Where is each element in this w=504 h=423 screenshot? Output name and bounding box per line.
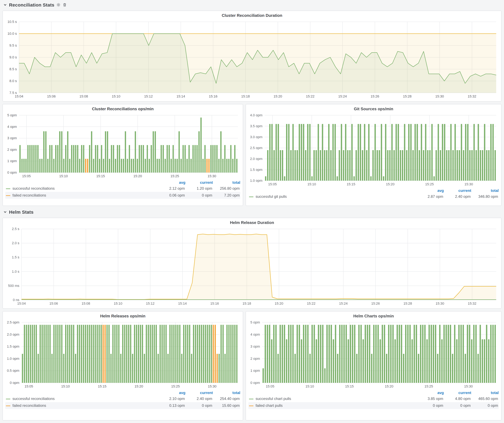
svg-text:1.5 s: 1.5 s	[12, 255, 19, 259]
svg-text:0.5 opm: 0.5 opm	[7, 369, 19, 373]
section-title[interactable]: Reconciliation Stats	[9, 2, 54, 7]
svg-text:15:05: 15:05	[25, 384, 33, 388]
svg-text:15:28: 15:28	[403, 301, 412, 306]
collapse-chevron-icon[interactable]	[3, 210, 7, 213]
svg-text:15:12: 15:12	[144, 94, 153, 98]
svg-text:0 ns: 0 ns	[13, 298, 19, 302]
panel-title[interactable]: Cluster Reconciliations ops/min	[5, 106, 240, 113]
svg-text:3.5 opm: 3.5 opm	[250, 124, 263, 128]
svg-text:2 opm: 2 opm	[251, 357, 260, 361]
svg-text:15:10: 15:10	[59, 174, 68, 178]
svg-text:10.5 s: 10.5 s	[7, 20, 17, 24]
legend-header-current[interactable]: current	[444, 188, 471, 193]
svg-text:1.5 opm: 1.5 opm	[250, 168, 263, 172]
legend-row: failed reconciliations 0.13 opm 0 opm 15…	[5, 402, 240, 409]
svg-text:15:30: 15:30	[464, 182, 473, 186]
legend-header-current[interactable]: current	[186, 180, 213, 185]
svg-text:15:08: 15:08	[82, 301, 90, 306]
legend-current-value: 0 opm	[186, 403, 213, 408]
svg-text:15:15: 15:15	[98, 384, 107, 388]
svg-text:15:10: 15:10	[112, 94, 120, 98]
legend-header-total[interactable]: total	[471, 391, 499, 395]
trash-icon[interactable]	[63, 3, 67, 7]
legend-series-label-text: failed chart pulls	[256, 403, 282, 408]
svg-text:15:04: 15:04	[15, 94, 23, 98]
collapse-chevron-icon[interactable]	[3, 3, 7, 6]
panel-title[interactable]: Cluster Reconciliation Duration	[5, 12, 499, 19]
legend-row: successful chart pulls 3.85 opm 4.80 opm…	[248, 395, 499, 402]
legend-total-value: 346.80 opm	[471, 194, 499, 199]
cluster-reconciliations-chart[interactable]: 0 opm1 opm2 opm3 opm4 opm5 opm15:0515:10…	[5, 113, 240, 179]
legend-series-label[interactable]: failed reconciliations	[5, 193, 158, 198]
panel-title[interactable]: Helm Release Duration	[5, 219, 499, 226]
helm-charts-chart[interactable]: 0 opm1 opm2 opm3 opm4 opm5 opm15:0515:10…	[248, 320, 499, 389]
svg-text:15:15: 15:15	[345, 384, 354, 388]
svg-text:15:26: 15:26	[371, 94, 379, 98]
series-color-marker	[6, 405, 10, 406]
legend-row: successful git pulls 2.87 opm 2.40 opm 3…	[248, 193, 499, 200]
helm-release-duration-chart[interactable]: 0 ns500 ms1.0 s1.5 s2.0 s2.5 s15:0415:06…	[5, 226, 499, 306]
svg-text:15:32: 15:32	[468, 94, 476, 98]
svg-text:15:30: 15:30	[208, 174, 216, 178]
svg-text:15:05: 15:05	[22, 174, 31, 178]
svg-text:8.0 s: 8.0 s	[9, 79, 17, 83]
legend-header-avg[interactable]: avg	[416, 188, 444, 193]
legend-series-label-text: successful reconciliations	[12, 186, 55, 191]
legend-series-label[interactable]: successful reconciliations	[5, 397, 158, 401]
svg-text:15:15: 15:15	[96, 174, 105, 178]
legend-header-avg[interactable]: avg	[416, 391, 444, 395]
cluster-reconciliation-duration-chart[interactable]: 7.5 s8.0 s8.5 s9.0 s9.5 s10.0 s10.5 s15:…	[5, 19, 499, 99]
legend-total-value: 256.80 opm	[213, 186, 240, 191]
helm-releases-chart[interactable]: 0 opm0.5 opm1.0 opm1.5 opm2.0 opm2.5 opm…	[5, 320, 240, 389]
svg-text:2 opm: 2 opm	[7, 148, 17, 152]
gear-icon[interactable]	[57, 3, 61, 7]
svg-text:2.0 s: 2.0 s	[12, 241, 19, 245]
legend-header-total[interactable]: total	[213, 180, 240, 185]
legend-avg-value: 0.06 opm	[158, 193, 186, 198]
legend-avg-value: 2.10 opm	[158, 397, 186, 401]
legend-series-label[interactable]: successful chart pulls	[248, 397, 416, 401]
panel-title[interactable]: Git Sources ops/min	[248, 106, 499, 113]
svg-text:3 opm: 3 opm	[251, 345, 260, 348]
legend-current-value: 4.80 opm	[444, 397, 471, 401]
svg-text:15:04: 15:04	[17, 301, 26, 306]
svg-text:15:30: 15:30	[208, 384, 216, 388]
legend-series-label-text: failed reconciliations	[12, 193, 46, 198]
legend-avg-value: 2.87 opm	[416, 194, 444, 199]
legend-series-label[interactable]: failed chart pulls	[248, 403, 416, 408]
panel-title[interactable]: Helm Charts ops/min	[248, 313, 499, 320]
svg-text:15:25: 15:25	[425, 182, 434, 186]
svg-text:15:06: 15:06	[47, 94, 56, 98]
legend-header-current[interactable]: current	[186, 391, 213, 395]
legend-avg-value: 2.12 opm	[158, 186, 186, 191]
svg-text:15:25: 15:25	[425, 384, 433, 388]
svg-text:2.5 s: 2.5 s	[12, 227, 19, 231]
legend-series-label[interactable]: failed reconciliations	[5, 403, 158, 408]
legend-header-total[interactable]: total	[471, 188, 499, 193]
legend-series-label-text: failed reconciliations	[12, 403, 46, 408]
legend-header-avg[interactable]: avg	[158, 180, 186, 185]
svg-text:0 opm: 0 opm	[251, 381, 260, 385]
svg-text:0 opm: 0 opm	[10, 381, 19, 385]
legend: avg current total successful reconciliat…	[5, 390, 240, 409]
svg-text:15:25: 15:25	[171, 384, 180, 388]
svg-text:1.5 opm: 1.5 opm	[7, 345, 19, 348]
panel-title[interactable]: Helm Releases ops/min	[5, 313, 240, 320]
legend-header-current[interactable]: current	[444, 391, 471, 395]
legend-total-value: 15.60 opm	[213, 403, 240, 408]
section-title[interactable]: Helm Stats	[9, 209, 34, 214]
svg-text:15:26: 15:26	[371, 301, 380, 306]
svg-text:1.0 s: 1.0 s	[12, 270, 19, 273]
legend-series-label[interactable]: successful reconciliations	[5, 186, 158, 191]
panel-helm-charts-opm: Helm Charts ops/min 0 opm1 opm2 opm3 opm…	[246, 311, 502, 421]
legend-header-avg[interactable]: avg	[158, 391, 186, 395]
svg-text:15:30: 15:30	[435, 94, 444, 98]
legend: avg current total successful git pulls 2…	[248, 188, 499, 200]
svg-text:15:25: 15:25	[170, 174, 179, 178]
section-header-reconciliation-stats: Reconciliation Stats	[2, 1, 502, 8]
svg-text:2.5 opm: 2.5 opm	[7, 320, 19, 324]
legend-total-value: 465.60 opm	[471, 397, 499, 401]
legend-series-label[interactable]: successful git pulls	[248, 194, 416, 199]
legend-header-total[interactable]: total	[213, 391, 240, 395]
git-sources-chart[interactable]: 1.0 opm1.5 opm2.0 opm2.5 opm3.0 opm3.5 o…	[248, 113, 499, 187]
